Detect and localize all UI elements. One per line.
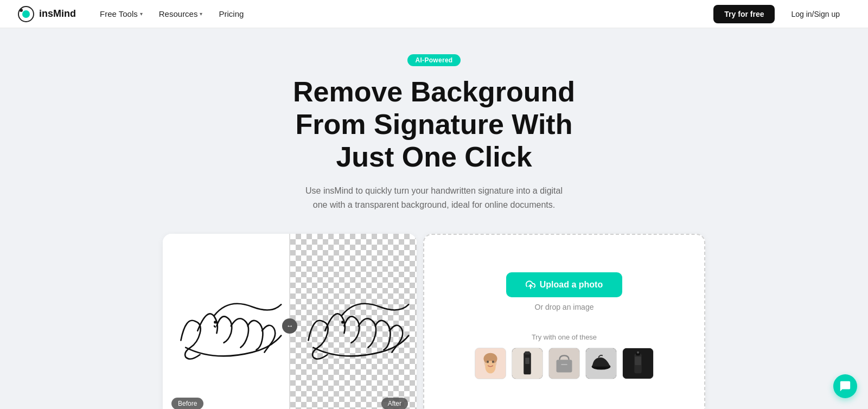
drop-text: Or drop an image <box>535 303 594 311</box>
svg-rect-14 <box>525 352 530 355</box>
svg-rect-18 <box>561 364 567 365</box>
before-label: Before <box>171 398 203 409</box>
nav-pricing[interactable]: Pricing <box>212 6 250 22</box>
signature-before <box>167 277 286 375</box>
navbar: insMind Free Tools ▾ Resources ▾ Pricing… <box>0 0 868 28</box>
after-label: After <box>381 398 408 409</box>
svg-point-3 <box>214 321 216 323</box>
svg-point-1 <box>22 10 30 18</box>
sample-label: Try with one of these <box>532 333 597 341</box>
svg-point-11 <box>492 361 494 363</box>
sample-thumb-shoe[interactable] <box>585 348 617 379</box>
svg-point-4 <box>341 321 344 323</box>
nav-links: Free Tools ▾ Resources ▾ Pricing <box>93 6 713 22</box>
chat-button[interactable] <box>833 374 857 398</box>
signature-after <box>294 277 413 375</box>
logo-icon <box>17 5 35 23</box>
sample-thumb-tube[interactable] <box>622 348 654 379</box>
upload-button-label: Upload a photo <box>540 280 603 290</box>
sample-thumb-bag[interactable] <box>548 348 580 379</box>
after-side: After <box>290 234 417 409</box>
svg-point-2 <box>20 9 23 12</box>
nav-resources[interactable]: Resources ▾ <box>152 6 209 22</box>
hero-subtitle: Use insMind to quickly turn your handwri… <box>304 184 564 212</box>
divider-handle[interactable]: ↔ <box>282 318 297 334</box>
svg-rect-15 <box>525 357 529 364</box>
demo-area: Before ↔ <box>163 234 705 409</box>
upload-panel: Upload a photo Or drop an image Try with… <box>423 234 705 409</box>
chat-icon <box>839 380 851 392</box>
ai-powered-badge: AI-Powered <box>407 54 460 66</box>
upload-button[interactable]: Upload a photo <box>506 272 622 297</box>
svg-rect-24 <box>635 357 641 365</box>
svg-point-25 <box>637 352 639 354</box>
before-side: Before <box>163 234 289 409</box>
login-signup-button[interactable]: Log in/Sign up <box>780 5 851 23</box>
hero-section: AI-Powered Remove Background From Signat… <box>0 28 868 409</box>
nav-actions: Try for free Log in/Sign up <box>713 5 851 23</box>
svg-rect-17 <box>557 360 572 372</box>
sample-images <box>475 348 654 379</box>
upload-icon <box>526 280 535 290</box>
resize-icon: ↔ <box>286 322 293 330</box>
try-for-free-button[interactable]: Try for free <box>713 5 775 23</box>
before-after-panel: Before ↔ <box>163 234 417 409</box>
nav-free-tools[interactable]: Free Tools ▾ <box>93 6 149 22</box>
svg-point-9 <box>485 361 495 373</box>
hero-title: Remove Background From Signature With Ju… <box>293 76 575 173</box>
logo[interactable]: insMind <box>17 5 76 23</box>
sample-thumb-face[interactable] <box>475 348 506 379</box>
chevron-down-icon: ▾ <box>140 11 143 17</box>
svg-point-10 <box>487 361 489 363</box>
sample-thumb-bottle[interactable] <box>512 348 543 379</box>
logo-text: insMind <box>39 8 76 20</box>
chevron-down-icon: ▾ <box>200 11 202 17</box>
